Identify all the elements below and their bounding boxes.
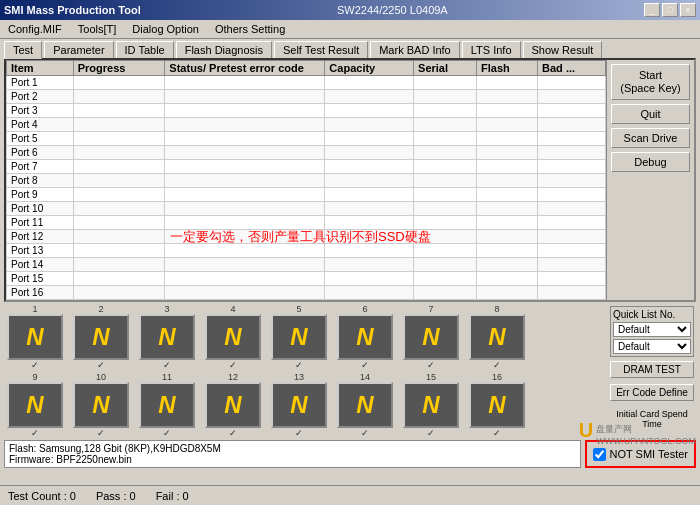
tab-id-table[interactable]: ID Table [116, 41, 174, 58]
col-status: Status/ Pretest error code [165, 61, 325, 76]
port-num-3: 3 [164, 304, 169, 314]
table-row: Port 7 [7, 160, 606, 174]
quick-list-select-2[interactable]: Default [613, 339, 691, 354]
port-icon-8: N [469, 314, 525, 360]
menu-config[interactable]: Config.MIF [4, 22, 66, 36]
table-row: Port 2 [7, 90, 606, 104]
title-bar: SMI Mass Production Tool SW2244/2250 L04… [0, 0, 700, 20]
port-num-10: 10 [96, 372, 106, 382]
menu-bar: Config.MIF Tools[T] Dialog Option Others… [0, 20, 700, 39]
flash-text: Flash: Samsung,128 Gbit (8KP),K9HDGD8X5M [9, 443, 576, 454]
port-icon-10: N [73, 382, 129, 428]
maximize-button[interactable]: □ [662, 3, 678, 17]
port-item-2: 2 N ✓ [70, 304, 132, 370]
quick-list: Quick List No. Default Default [610, 306, 694, 357]
port-item-11: 11 N ✓ [136, 372, 198, 438]
err-code-button[interactable]: Err Code Define [610, 384, 694, 401]
tab-lts-info[interactable]: LTS Info [462, 41, 521, 58]
port-item-1: 1 N ✓ [4, 304, 66, 370]
start-button[interactable]: Start(Space Key) [611, 64, 690, 100]
port-icon-1: N [7, 314, 63, 360]
port-num-16: 16 [492, 372, 502, 382]
main-table-area: Item Progress Status/ Pretest error code… [6, 60, 606, 300]
test-count: Test Count : 0 [8, 490, 76, 502]
table-row: Port 1 [7, 76, 606, 90]
quick-list-select-1[interactable]: Default [613, 322, 691, 337]
table-row: Port 12 [7, 230, 606, 244]
watermark: U 盘量产网WWW.UPANTOOL.COM [579, 419, 696, 446]
menu-tools[interactable]: Tools[T] [74, 22, 121, 36]
port-num-5: 5 [296, 304, 301, 314]
port-icon-15: N [403, 382, 459, 428]
port-icon-9: N [7, 382, 63, 428]
quick-list-title: Quick List No. [613, 309, 691, 320]
port-icon-13: N [271, 382, 327, 428]
port-num-4: 4 [230, 304, 235, 314]
pass-count: Pass : 0 [96, 490, 136, 502]
quit-button[interactable]: Quit [611, 104, 690, 124]
col-item: Item [7, 61, 74, 76]
table-row: Port 3 [7, 104, 606, 118]
table-row: Port 10 [7, 202, 606, 216]
port-icon-6: N [337, 314, 393, 360]
col-capacity: Capacity [325, 61, 414, 76]
col-progress: Progress [73, 61, 165, 76]
tab-show-result[interactable]: Show Result [523, 41, 603, 58]
col-flash: Flash [477, 61, 538, 76]
scan-drive-button[interactable]: Scan Drive [611, 128, 690, 148]
ports-table: Item Progress Status/ Pretest error code… [6, 60, 606, 300]
right-panel: Start(Space Key) Quit Scan Drive Debug [606, 60, 694, 300]
port-item-8: 8 N ✓ [466, 304, 528, 370]
table-row: Port 14 [7, 258, 606, 272]
firmware-text: Firmware: BPF2250new.bin [9, 454, 576, 465]
table-row: Port 4 [7, 118, 606, 132]
port-num-14: 14 [360, 372, 370, 382]
port-icon-12: N [205, 382, 261, 428]
port-icon-7: N [403, 314, 459, 360]
port-item-16: 16 N ✓ [466, 372, 528, 438]
port-num-1: 1 [32, 304, 37, 314]
port-icon-11: N [139, 382, 195, 428]
port-item-15: 15 N ✓ [400, 372, 462, 438]
flash-info: Flash: Samsung,128 Gbit (8KP),K9HDGD8X5M… [4, 440, 581, 468]
port-item-9: 9 N ✓ [4, 372, 66, 438]
debug-button[interactable]: Debug [611, 152, 690, 172]
tab-mark-bad[interactable]: Mark BAD Info [370, 41, 460, 58]
window-controls: _ □ × [644, 3, 696, 17]
port-icon-3: N [139, 314, 195, 360]
table-row: Port 11 [7, 216, 606, 230]
table-row: Port 13 [7, 244, 606, 258]
col-serial: Serial [414, 61, 477, 76]
fail-count: Fail : 0 [156, 490, 189, 502]
ports-grid: 1 N ✓ 2 N ✓ 3 N ✓ 4 N ✓ 5 N [4, 304, 608, 440]
tab-flash-diagnosis[interactable]: Flash Diagnosis [176, 41, 272, 58]
menu-dialog[interactable]: Dialog Option [128, 22, 203, 36]
port-item-10: 10 N ✓ [70, 372, 132, 438]
minimize-button[interactable]: _ [644, 3, 660, 17]
port-num-12: 12 [228, 372, 238, 382]
port-num-6: 6 [362, 304, 367, 314]
port-item-12: 12 N ✓ [202, 372, 264, 438]
port-item-4: 4 N ✓ [202, 304, 264, 370]
port-icon-4: N [205, 314, 261, 360]
tab-test[interactable]: Test [4, 41, 42, 59]
dram-test-button[interactable]: DRAM TEST [610, 361, 694, 378]
status-bar: Test Count : 0 Pass : 0 Fail : 0 [0, 485, 700, 505]
port-item-7: 7 N ✓ [400, 304, 462, 370]
port-icon-14: N [337, 382, 393, 428]
app-title: SMI Mass Production Tool [4, 4, 141, 16]
port-item-3: 3 N ✓ [136, 304, 198, 370]
port-icon-16: N [469, 382, 525, 428]
port-item-13: 13 N ✓ [268, 372, 330, 438]
port-item-14: 14 N ✓ [334, 372, 396, 438]
table-row: Port 5 [7, 132, 606, 146]
menu-others[interactable]: Others Setting [211, 22, 289, 36]
tab-parameter[interactable]: Parameter [44, 41, 113, 58]
watermark-site: 盘量产网WWW.UPANTOOL.COM [596, 423, 696, 446]
tab-self-test[interactable]: Self Test Result [274, 41, 368, 58]
close-button[interactable]: × [680, 3, 696, 17]
tab-bar: Test Parameter ID Table Flash Diagnosis … [0, 39, 700, 58]
port-item-5: 5 N ✓ [268, 304, 330, 370]
port-num-13: 13 [294, 372, 304, 382]
not-smi-checkbox[interactable] [593, 448, 606, 461]
